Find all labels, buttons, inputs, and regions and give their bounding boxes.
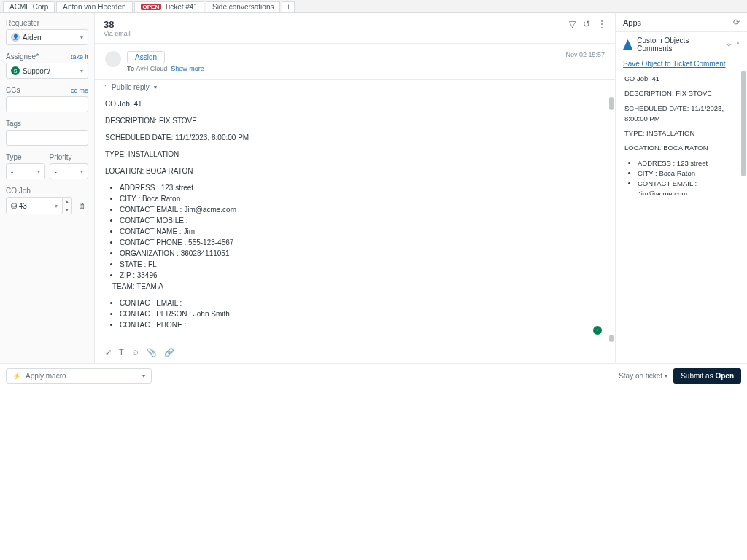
chevron-down-icon: ▾ <box>80 34 83 41</box>
show-more-link[interactable]: Show more <box>171 65 204 72</box>
save-object-link[interactable]: Save Object to Ticket Comment <box>616 57 747 71</box>
priority-label: Priority <box>50 153 72 161</box>
lightning-icon: ⚡ <box>12 372 21 380</box>
cojob-select[interactable]: ⛁ 43▾ <box>6 197 63 214</box>
app-card: Custom Objects Comments ✧ ˄ Save Object … <box>616 32 747 195</box>
priority-select[interactable]: -▾ <box>50 163 89 179</box>
tab-ticket[interactable]: OPENTicket #41 <box>134 1 204 12</box>
app-logo-icon <box>623 39 632 50</box>
ticket-subject: 38 <box>104 19 131 30</box>
cojob-stepper[interactable]: ▴▾ <box>62 197 72 214</box>
tab-add[interactable]: + <box>282 1 295 12</box>
tab-side-conversations[interactable]: Side conversations <box>206 1 281 12</box>
assignee-select[interactable]: SSupport/▾ <box>6 63 88 79</box>
tags-input[interactable] <box>6 130 88 146</box>
ccs-label: CCs <box>6 86 20 94</box>
chevron-down-icon: ▾ <box>80 68 83 74</box>
reply-editor[interactable]: CO Job: 41 DESCRIPTION: FIX STOVE SCHEDU… <box>95 94 615 345</box>
app-title: Custom Objects Comments <box>637 36 721 52</box>
collapse-icon: ⌃ <box>102 84 107 90</box>
attachment-icon[interactable]: 📎 <box>147 348 157 357</box>
expand-icon[interactable]: ⤢ <box>105 348 112 357</box>
presence-indicator: › <box>593 326 602 335</box>
emoji-icon[interactable]: ☺ <box>131 348 139 357</box>
cojob-view-icon[interactable]: 🗎 <box>75 198 88 214</box>
assignee-label: Assignee* <box>6 52 39 61</box>
tab-org[interactable]: ACME Corp <box>3 1 55 12</box>
refresh-icon[interactable]: ⟳ <box>733 18 740 27</box>
cc-me-link[interactable]: cc me <box>71 87 88 94</box>
ticket-via: Via email <box>104 30 131 37</box>
reply-mode-selector[interactable]: ⌃ Public reply ▾ <box>95 80 615 94</box>
chevron-down-icon: ▾ <box>55 203 58 209</box>
take-it-link[interactable]: take it <box>71 53 88 61</box>
ccs-input[interactable] <box>6 96 88 112</box>
submit-button[interactable]: Submit as Open <box>673 368 741 384</box>
chevron-down-icon: ▾ <box>37 168 40 175</box>
avatar <box>105 51 121 67</box>
ticket-properties-panel: Requester 👤Aiden▾ Assignee*take it SSupp… <box>0 13 95 363</box>
apps-panel: Apps ⟳ Custom Objects Comments ✧ ˄ Save … <box>616 13 747 363</box>
cojob-label: CO Job <box>6 187 31 195</box>
pin-icon[interactable]: ✧ <box>726 41 732 49</box>
tab-user[interactable]: Anton van Heerden <box>56 1 132 12</box>
chevron-down-icon: ▾ <box>80 168 83 175</box>
chevron-down-icon: ▾ <box>154 84 157 90</box>
requester-select[interactable]: 👤Aiden▾ <box>6 29 88 45</box>
type-select[interactable]: -▾ <box>6 163 45 179</box>
conversation-panel: 38 Via email ▽ ↺ ⋮ Assign To AvH Cloud S… <box>95 13 616 363</box>
message-row: Assign To AvH Cloud Show more Nov 02 15:… <box>95 44 615 79</box>
collapse-icon[interactable]: ˄ <box>736 41 740 49</box>
scrollbar[interactable] <box>741 71 746 176</box>
link-icon[interactable]: 🔗 <box>164 348 174 357</box>
chevron-down-icon: ▾ <box>142 373 145 379</box>
database-icon: ⛁ <box>11 202 17 210</box>
apps-title: Apps <box>623 18 641 27</box>
type-label: Type <box>6 153 22 161</box>
tags-label: Tags <box>6 120 21 128</box>
assign-button[interactable]: Assign <box>127 51 165 63</box>
requester-label: Requester <box>6 19 39 27</box>
message-timestamp: Nov 02 15:57 <box>565 51 605 72</box>
more-icon[interactable]: ⋮ <box>597 19 606 29</box>
footer-bar: ⚡ Apply macro ▾ Stay on ticket▾ Submit a… <box>0 363 747 388</box>
scrollbar[interactable] <box>609 335 614 342</box>
app-content: CO Job: 41 DESCRIPTION: FIX STOVE SCHEDU… <box>616 71 747 195</box>
tabs-bar: ACME Corp Anton van Heerden OPENTicket #… <box>0 0 747 13</box>
text-format-icon[interactable]: T <box>119 348 124 357</box>
stay-on-ticket-select[interactable]: Stay on ticket▾ <box>619 372 667 380</box>
editor-toolbar: ⤢ T ☺ 📎 🔗 <box>95 345 615 363</box>
apply-macro-select[interactable]: ⚡ Apply macro ▾ <box>6 368 152 384</box>
history-icon[interactable]: ↺ <box>583 19 590 29</box>
scrollbar[interactable] <box>609 97 614 110</box>
filter-icon[interactable]: ▽ <box>569 19 576 29</box>
